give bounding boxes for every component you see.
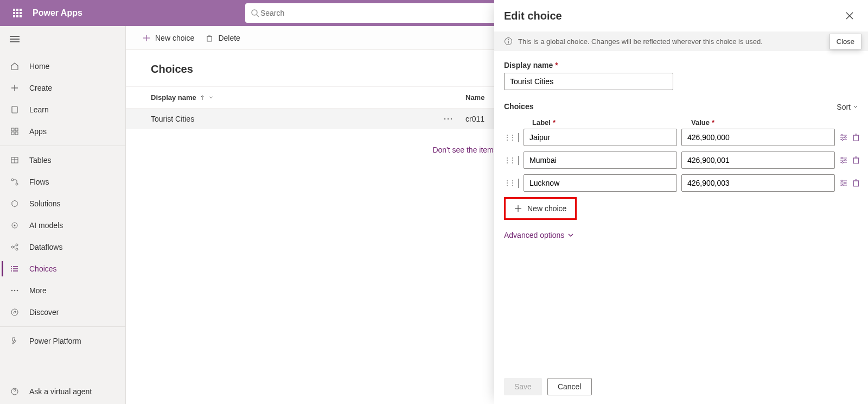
- cancel-button[interactable]: Cancel: [547, 378, 592, 395]
- flows-icon: [10, 177, 20, 187]
- nav-label: Learn: [29, 105, 49, 114]
- svg-point-39: [451, 118, 452, 119]
- home-icon: [10, 61, 20, 71]
- ai-icon: [10, 220, 20, 230]
- dataflows-icon: [10, 242, 20, 252]
- new-choice-button[interactable]: New choice: [142, 34, 194, 42]
- nav-tables[interactable]: Tables: [0, 149, 125, 171]
- nav-label: Dataflows: [29, 243, 62, 251]
- svg-rect-8: [15, 132, 18, 135]
- button-label: New choice: [527, 204, 566, 213]
- choice-value-input[interactable]: [681, 152, 835, 169]
- chat-icon: [10, 387, 20, 396]
- nav-apps[interactable]: Apps: [0, 121, 125, 142]
- color-swatch[interactable]: [518, 156, 519, 165]
- nav-bottom: Ask a virtual agent: [0, 379, 125, 404]
- delete-icon[interactable]: [852, 132, 860, 142]
- svg-point-68: [842, 185, 844, 186]
- nav-label: Create: [29, 84, 52, 92]
- choices-label: Choices: [504, 102, 533, 111]
- choice-value-input[interactable]: [681, 129, 835, 146]
- svg-point-26: [11, 270, 12, 272]
- settings-icon[interactable]: [839, 132, 848, 142]
- color-swatch[interactable]: [518, 179, 519, 188]
- display-name-input[interactable]: [504, 73, 673, 90]
- delete-icon[interactable]: [852, 178, 860, 188]
- nav-toggle[interactable]: [0, 26, 125, 52]
- nav-more[interactable]: More: [0, 280, 125, 301]
- nav-label: Power Platform: [29, 337, 81, 345]
- nav-home[interactable]: Home: [0, 55, 125, 77]
- cell-display: Tourist Cities: [151, 115, 194, 123]
- svg-rect-5: [11, 128, 14, 131]
- svg-point-67: [845, 182, 846, 184]
- waffle-icon: [13, 9, 22, 17]
- drag-handle[interactable]: ⋮⋮: [504, 156, 514, 164]
- choice-row: ⋮⋮: [504, 152, 858, 169]
- panel-title: Edit choice: [504, 10, 562, 22]
- delete-icon[interactable]: [852, 155, 860, 165]
- nav-solutions[interactable]: Solutions: [0, 193, 125, 214]
- svg-point-15: [14, 225, 16, 226]
- svg-point-48: [841, 135, 843, 136]
- apps-icon: [10, 127, 20, 136]
- nav-choices[interactable]: Choices: [0, 258, 125, 280]
- row-more-button[interactable]: [444, 118, 465, 120]
- nav-learn[interactable]: Learn: [0, 99, 125, 121]
- label-header: Label*: [532, 118, 686, 127]
- svg-line-19: [14, 245, 16, 247]
- delete-button[interactable]: Delete: [205, 34, 240, 42]
- choice-label-input[interactable]: [524, 174, 677, 192]
- powerplatform-icon: [10, 336, 20, 346]
- nav-label: Solutions: [29, 199, 61, 208]
- nav-flows[interactable]: Flows: [0, 171, 125, 193]
- svg-point-24: [11, 266, 12, 267]
- info-icon: [504, 37, 513, 46]
- app-launcher-button[interactable]: [4, 9, 30, 17]
- nav-label: Flows: [29, 178, 49, 186]
- svg-point-13: [16, 183, 18, 185]
- drag-handle[interactable]: ⋮⋮: [504, 179, 514, 187]
- svg-line-1: [257, 15, 259, 17]
- tables-icon: [10, 155, 20, 165]
- sort-asc-icon: [200, 95, 205, 100]
- close-button[interactable]: [841, 7, 858, 24]
- nav-discover[interactable]: Discover: [0, 301, 125, 323]
- svg-point-59: [842, 162, 844, 163]
- left-nav: Home Create Learn Apps: [0, 26, 126, 404]
- choice-value-input[interactable]: [681, 174, 835, 192]
- advanced-options-link[interactable]: Advanced options: [504, 231, 858, 239]
- choice-label-input[interactable]: [524, 129, 677, 146]
- search-input[interactable]: [259, 8, 499, 18]
- edit-choice-panel: Edit choice Close This is a global choic…: [494, 0, 868, 404]
- svg-rect-4: [12, 106, 17, 113]
- nav-aimodels[interactable]: AI models: [0, 214, 125, 236]
- new-choice-highlight-button[interactable]: New choice: [504, 197, 577, 220]
- nav-label: Ask a virtual agent: [29, 387, 92, 396]
- trash-icon: [205, 34, 214, 42]
- save-button[interactable]: Save: [504, 378, 542, 395]
- more-icon: [10, 286, 20, 295]
- nav-label: Choices: [29, 264, 57, 273]
- nav-virtual-agent[interactable]: Ask a virtual agent: [0, 379, 125, 404]
- drag-handle[interactable]: ⋮⋮: [504, 134, 514, 141]
- nav-powerplatform[interactable]: Power Platform: [0, 330, 125, 352]
- svg-point-38: [448, 118, 449, 119]
- svg-rect-69: [854, 181, 859, 186]
- svg-point-29: [17, 290, 18, 292]
- column-display-name[interactable]: Display name: [151, 93, 465, 102]
- settings-icon[interactable]: [839, 155, 848, 165]
- search-icon: [251, 9, 259, 17]
- svg-line-20: [14, 247, 16, 249]
- svg-rect-7: [11, 132, 14, 135]
- choice-label-input[interactable]: [524, 152, 677, 169]
- settings-icon[interactable]: [839, 178, 848, 188]
- color-swatch[interactable]: [518, 133, 519, 142]
- global-search[interactable]: [245, 3, 505, 23]
- nav-create[interactable]: Create: [0, 77, 125, 99]
- cell-name: cr011: [465, 115, 484, 123]
- list-icon: [10, 264, 20, 274]
- sort-button[interactable]: Sort: [837, 103, 858, 111]
- column-label: Name: [465, 93, 484, 102]
- nav-dataflows[interactable]: Dataflows: [0, 236, 125, 258]
